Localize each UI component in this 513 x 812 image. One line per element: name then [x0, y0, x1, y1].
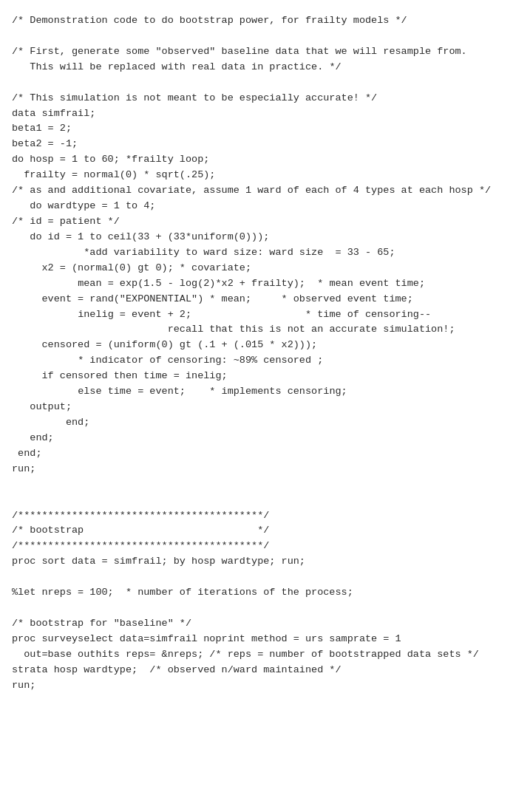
code-content: /* Demonstration code to do bootstrap po…: [12, 13, 501, 694]
